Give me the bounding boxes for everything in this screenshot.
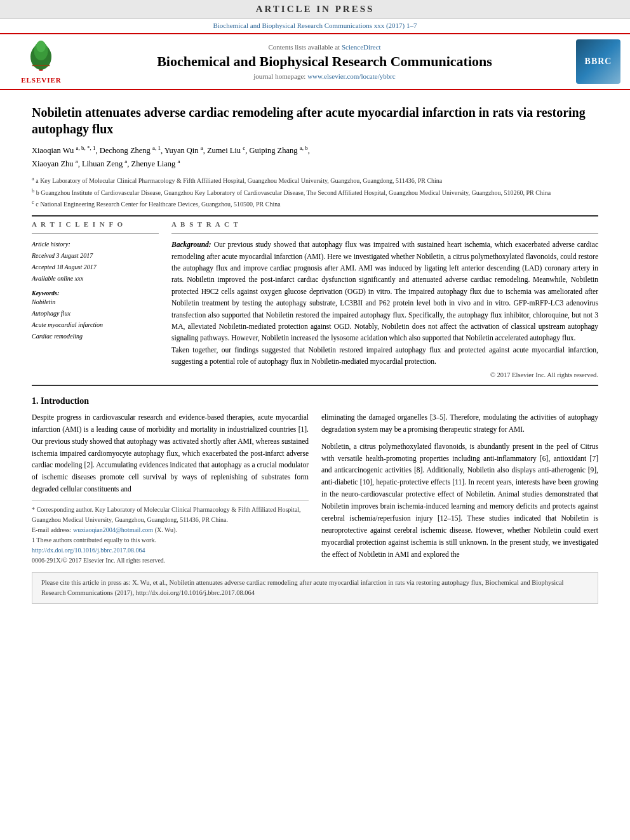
keywords-section: Keywords: Nobiletin Autophagy flux Acute… xyxy=(32,290,159,342)
bbrc-logo: BBRC xyxy=(576,39,620,84)
intro-col-left: Despite progress in cardiovascular resea… xyxy=(32,411,309,566)
footnote-email: E-mail address: wuxiaoqian2004@hotmail.c… xyxy=(32,525,309,535)
author-xiaoqian-wu: Xiaoqian Wu a, b, *, 1 xyxy=(32,146,95,155)
journal-homepage-link[interactable]: www.elsevier.com/locate/ybbrc xyxy=(307,72,396,80)
affil-a: a a Key Laboratory of Molecular Clinical… xyxy=(32,175,598,185)
keyword-ami: Acute myocardial infarction xyxy=(32,319,159,331)
elsevier-branding: ELSEVIER xyxy=(6,39,76,84)
footnote-issn: 0006-291X/© 2017 Elsevier Inc. All right… xyxy=(32,556,309,566)
author-guiping-zhang: Guiping Zhang a, b xyxy=(249,146,307,155)
abstract-bottom-divider xyxy=(32,385,598,386)
article-title: Nobiletin attenuates adverse cardiac rem… xyxy=(32,104,598,137)
keyword-cardiac-remodeling: Cardiac remodeling xyxy=(32,331,159,342)
header-divider xyxy=(32,215,598,217)
elsevier-tree-icon xyxy=(23,39,58,74)
article-info-column: A R T I C L E I N F O Article history: R… xyxy=(32,220,159,378)
main-content: Nobiletin attenuates adverse cardiac rem… xyxy=(0,91,630,610)
doi-link[interactable]: http://dx.doi.org/10.1016/j.bbrc.2017.08… xyxy=(32,547,145,554)
article-info-header: A R T I C L E I N F O xyxy=(32,220,159,228)
journal-homepage: journal homepage: www.elsevier.com/locat… xyxy=(83,72,566,80)
affil-b: b b Guangzhou Institute of Cardiovascula… xyxy=(32,187,598,197)
elsevier-logo: ELSEVIER xyxy=(21,39,62,84)
affil-c: c c National Engineering Research Center… xyxy=(32,199,598,209)
affiliations: a a Key Laboratory of Molecular Clinical… xyxy=(32,175,598,209)
article-in-press-banner: ARTICLE IN PRESS xyxy=(0,0,630,19)
abstract-conclusion: Taken together, our findings suggested t… xyxy=(171,346,598,365)
intro-col-right: eliminating the damaged organelles [3–5]… xyxy=(321,411,598,566)
article-history: Article history: Received 3 August 2017 … xyxy=(32,239,159,284)
contents-line: Contents lists available at ScienceDirec… xyxy=(83,43,566,51)
authors: Xiaoqian Wu a, b, *, 1, Dechong Zheng a,… xyxy=(32,143,598,170)
author-zhenye-liang: Zhenye Liang a xyxy=(131,159,180,168)
author-dechong-zheng: Dechong Zheng a, 1 xyxy=(100,146,161,155)
background-label: Background: xyxy=(171,241,211,248)
history-label: Article history: xyxy=(32,239,159,250)
keywords-title: Keywords: xyxy=(32,290,159,297)
keywords-list: Nobiletin Autophagy flux Acute myocardia… xyxy=(32,297,159,342)
footnote-corresponding: * Corresponding author. Key Laboratory o… xyxy=(32,505,309,525)
journal-info-line: Biochemical and Biophysical Research Com… xyxy=(0,19,630,32)
svg-point-3 xyxy=(37,41,46,52)
author-yuyan-qin: Yuyan Qin a xyxy=(164,146,203,155)
footnote-email-link[interactable]: wuxiaoqian2004@hotmail.com xyxy=(73,526,153,533)
footnote-equal-contrib: 1 These authors contributed equally to t… xyxy=(32,535,309,545)
intro-two-col: Despite progress in cardiovascular resea… xyxy=(32,411,598,566)
bbrc-logo-area: BBRC xyxy=(573,39,624,84)
accepted-date: Accepted 18 August 2017 xyxy=(32,262,159,273)
introduction-section: 1. Introduction Despite progress in card… xyxy=(32,396,598,566)
intro-section-title: 1. Introduction xyxy=(32,396,598,406)
info-abstract-section: A R T I C L E I N F O Article history: R… xyxy=(32,220,598,378)
author-zumei-liu: Zumei Liu c xyxy=(207,146,245,155)
abstract-divider xyxy=(171,233,598,234)
abstract-copyright: © 2017 Elsevier Inc. All rights reserved… xyxy=(171,371,598,378)
abstract-background: Our previous study showed that autophagy… xyxy=(171,241,598,342)
journal-title-area: Contents lists available at ScienceDirec… xyxy=(76,43,573,80)
abstract-column: A B S T R A C T Background: Our previous… xyxy=(171,220,598,378)
abstract-header: A B S T R A C T xyxy=(171,220,598,228)
journal-header: ELSEVIER Contents lists available at Sci… xyxy=(0,33,630,90)
citation-box: Please cite this article in press as: X.… xyxy=(32,572,598,604)
elsevier-label: ELSEVIER xyxy=(21,76,62,84)
abstract-text: Background: Our previous study showed th… xyxy=(171,239,598,367)
available-date: Available online xxx xyxy=(32,273,159,284)
keyword-nobiletin: Nobiletin xyxy=(32,297,159,308)
author-xiaoyan-zhu: Xiaoyan Zhu a xyxy=(32,159,78,168)
received-date: Received 3 August 2017 xyxy=(32,250,159,262)
intro-para-right-1: eliminating the damaged organelles [3–5]… xyxy=(321,411,598,436)
intro-para-1: Despite progress in cardiovascular resea… xyxy=(32,411,309,496)
footnotes-area: * Corresponding author. Key Laboratory o… xyxy=(32,500,309,566)
author-lihuan-zeng: Lihuan Zeng a xyxy=(82,159,127,168)
footnote-doi: http://dx.doi.org/10.1016/j.bbrc.2017.08… xyxy=(32,545,309,556)
intro-para-right-2: Nobiletin, a citrus polymethoxylated fla… xyxy=(321,441,598,561)
journal-title: Biochemical and Biophysical Research Com… xyxy=(83,53,566,70)
keyword-autophagy-flux: Autophagy flux xyxy=(32,308,159,319)
info-divider xyxy=(32,233,159,234)
sciencedirect-link[interactable]: ScienceDirect xyxy=(342,43,381,51)
